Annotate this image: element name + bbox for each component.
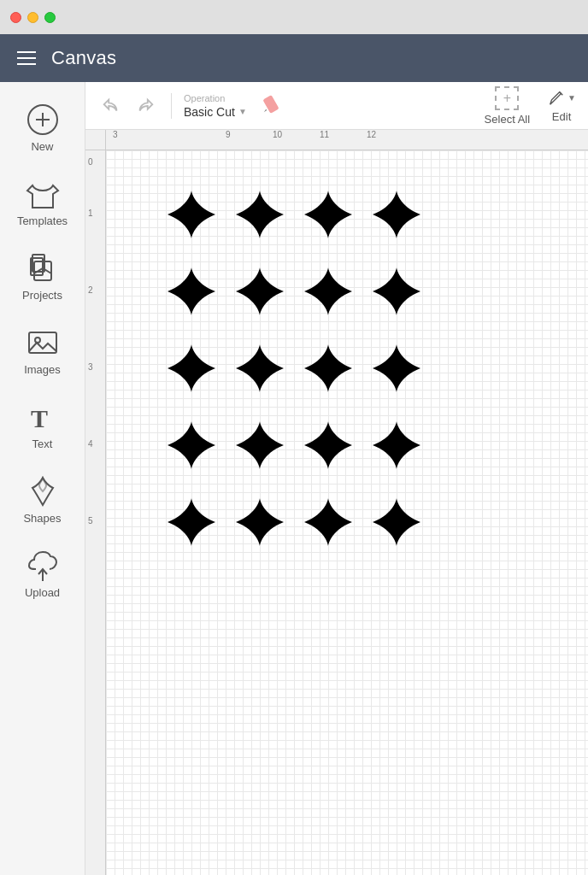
sparkle-20 bbox=[362, 484, 431, 561]
sparkle-6 bbox=[226, 253, 294, 330]
bookmark-icon bbox=[26, 251, 60, 285]
sidebar-item-shapes[interactable]: Shapes bbox=[0, 462, 85, 537]
select-all-label: Select All bbox=[485, 113, 530, 126]
tshirt-icon bbox=[26, 177, 60, 211]
ruler-vertical: 0 1 2 3 4 5 bbox=[85, 150, 106, 875]
grid-background bbox=[106, 150, 588, 875]
chevron-down-small-icon: ▼ bbox=[567, 93, 576, 103]
hamburger-menu-button[interactable] bbox=[17, 51, 36, 65]
sparkle-3 bbox=[294, 176, 362, 253]
ruler-horizontal: 3 9 10 11 12 bbox=[106, 130, 588, 150]
ruler-v-label-2: 2 bbox=[88, 285, 93, 295]
content-area: Operation Basic Cut ▼ + Select All bbox=[85, 82, 588, 875]
chevron-down-icon: ▼ bbox=[238, 107, 247, 116]
ruler-h-label-3: 3 bbox=[113, 130, 118, 139]
sidebar-label-new: New bbox=[31, 140, 53, 153]
select-all-button[interactable]: + Select All bbox=[485, 86, 530, 126]
titlebar bbox=[0, 0, 588, 34]
sidebar-label-images: Images bbox=[24, 363, 61, 376]
ruler-v-label-5: 5 bbox=[88, 516, 93, 526]
select-all-icon: + bbox=[495, 86, 519, 110]
sidebar-label-templates: Templates bbox=[17, 214, 68, 227]
close-button[interactable] bbox=[10, 12, 21, 23]
ruler-h-label-12: 12 bbox=[367, 130, 376, 139]
ruler-v-label-1: 1 bbox=[88, 208, 93, 218]
toolbar-divider-1 bbox=[171, 93, 172, 119]
sidebar-item-new[interactable]: New bbox=[0, 91, 85, 165]
sparkle-13 bbox=[157, 407, 226, 484]
maximize-button[interactable] bbox=[44, 12, 56, 23]
sidebar-item-images[interactable]: Images bbox=[0, 314, 85, 388]
sidebar-label-text: Text bbox=[32, 438, 53, 450]
sparkle-14 bbox=[226, 407, 294, 484]
sparkle-10 bbox=[226, 330, 294, 407]
minimize-button[interactable] bbox=[27, 12, 38, 23]
ruler-corner bbox=[85, 130, 106, 150]
sidebar: New Templates Projects bbox=[0, 82, 85, 875]
sparkle-18 bbox=[226, 484, 294, 561]
edit-icon-row: ▼ bbox=[547, 89, 576, 108]
sidebar-item-upload[interactable]: Upload bbox=[0, 537, 85, 611]
operation-value: Basic Cut bbox=[184, 105, 235, 119]
sidebar-label-projects: Projects bbox=[22, 289, 62, 302]
svg-text:T: T bbox=[31, 404, 48, 432]
history-controls bbox=[97, 92, 159, 120]
main-layout: New Templates Projects bbox=[0, 82, 588, 875]
app-title: Canvas bbox=[51, 47, 116, 69]
ruler-h-label-11: 11 bbox=[320, 130, 329, 139]
sparkle-19 bbox=[294, 484, 362, 561]
sparkle-17 bbox=[157, 484, 226, 561]
sparkle-11 bbox=[294, 330, 362, 407]
redo-button[interactable] bbox=[132, 92, 159, 120]
sparkle-8 bbox=[362, 253, 431, 330]
sparkle-4 bbox=[362, 176, 431, 253]
sparkle-2 bbox=[226, 176, 294, 253]
ruler-h-label-10: 10 bbox=[273, 130, 282, 139]
operation-label: Operation bbox=[184, 93, 225, 103]
sparkle-12 bbox=[362, 330, 431, 407]
operation-group: Operation Basic Cut ▼ bbox=[184, 93, 247, 119]
canvas-grid bbox=[106, 150, 588, 875]
sparkle-9 bbox=[157, 330, 226, 407]
sidebar-label-upload: Upload bbox=[25, 586, 60, 599]
app-header: Canvas bbox=[0, 34, 588, 82]
ruler-h-label-9: 9 bbox=[226, 130, 231, 139]
edit-label: Edit bbox=[552, 110, 571, 123]
sidebar-item-text[interactable]: T Text bbox=[0, 388, 85, 462]
window-controls bbox=[10, 12, 56, 23]
ruler-v-label-4: 4 bbox=[88, 439, 93, 449]
sidebar-item-templates[interactable]: Templates bbox=[0, 165, 85, 239]
image-icon bbox=[26, 326, 60, 360]
sparkle-16 bbox=[362, 407, 431, 484]
sparkle-7 bbox=[294, 253, 362, 330]
toolbar: Operation Basic Cut ▼ + Select All bbox=[85, 82, 588, 130]
shapes-icon bbox=[26, 474, 60, 508]
operation-select[interactable]: Basic Cut ▼ bbox=[184, 105, 247, 119]
sidebar-item-projects[interactable]: Projects bbox=[0, 239, 85, 314]
undo-button[interactable] bbox=[97, 92, 125, 120]
sparkle-1 bbox=[157, 176, 226, 253]
svg-point-7 bbox=[35, 338, 40, 343]
edit-button[interactable]: ▼ Edit bbox=[547, 89, 576, 123]
sparkle-5 bbox=[157, 253, 226, 330]
sparkle-15 bbox=[294, 407, 362, 484]
sidebar-label-shapes: Shapes bbox=[23, 512, 61, 525]
ruler-v-label-0: 0 bbox=[88, 157, 93, 167]
sparkles-container bbox=[157, 176, 431, 561]
pencil-icon bbox=[259, 92, 283, 120]
upload-icon bbox=[26, 549, 60, 583]
canvas-container[interactable]: 3 9 10 11 12 0 1 2 3 4 5 bbox=[85, 130, 588, 875]
ruler-v-label-3: 3 bbox=[88, 362, 93, 372]
plus-circle-icon bbox=[26, 103, 60, 137]
text-icon: T bbox=[26, 400, 60, 434]
